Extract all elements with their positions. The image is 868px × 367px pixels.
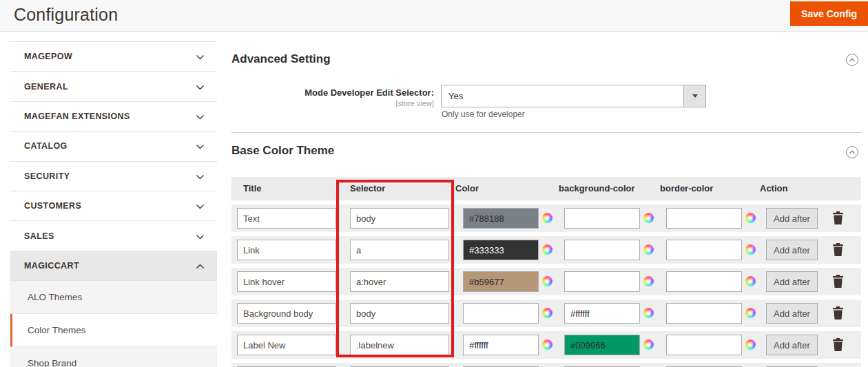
advanced-setting-title: Advanced Setting — [231, 52, 331, 66]
col-selector: Selector — [350, 183, 385, 193]
sidebar-item-magiccart[interactable]: MAGICCART — [10, 251, 217, 281]
background-color-input[interactable] — [564, 240, 640, 260]
selector-input[interactable] — [350, 271, 449, 292]
title-input[interactable] — [237, 303, 336, 324]
border-color-input[interactable] — [666, 208, 742, 229]
color-wheel-icon[interactable] — [542, 213, 552, 223]
chevron-down-icon — [196, 140, 205, 152]
add-after-button[interactable]: Add after — [766, 240, 818, 260]
page-title: Configuration — [14, 5, 118, 25]
sidebar-item-security[interactable]: SECURITY — [10, 162, 217, 191]
table-row: Add after — [231, 205, 861, 232]
chevron-down-icon — [196, 230, 205, 242]
add-after-button[interactable]: Add after — [766, 208, 818, 229]
color-wheel-icon[interactable] — [745, 339, 756, 350]
selector-input[interactable] — [350, 208, 449, 229]
table-row: Add after — [231, 300, 861, 327]
trash-icon[interactable] — [832, 243, 844, 259]
color-input[interactable] — [463, 240, 539, 260]
color-wheel-icon[interactable] — [542, 339, 552, 350]
chevron-up-icon — [196, 260, 205, 272]
sidebar-item-magefan-extensions[interactable]: MAGEFAN EXTENSIONS — [10, 102, 217, 132]
top-bar: Configuration Save Config — [0, 0, 868, 32]
color-input[interactable] — [463, 303, 539, 324]
col-title: Title — [243, 183, 262, 193]
table-row: Add after — [231, 331, 861, 359]
border-color-input[interactable] — [666, 240, 742, 260]
chevron-down-icon — [196, 200, 205, 212]
field-scope: [store view] — [231, 99, 434, 107]
background-color-input[interactable] — [564, 335, 640, 355]
title-input[interactable] — [237, 271, 336, 292]
selector-input[interactable] — [350, 303, 449, 324]
sidebar-item-sales[interactable]: SALES — [10, 221, 217, 251]
color-wheel-icon[interactable] — [643, 339, 654, 350]
config-sidebar: MAGEPOW GENERAL MAGEFAN EXTENSIONS CATAL… — [10, 41, 217, 367]
color-wheel-icon[interactable] — [745, 276, 756, 286]
sidebar-item-magepow[interactable]: MAGEPOW — [10, 42, 217, 72]
color-input[interactable] — [463, 208, 539, 229]
color-input[interactable] — [463, 271, 539, 292]
color-wheel-icon[interactable] — [745, 213, 756, 223]
sidebar-item-catalog[interactable]: CATALOG — [10, 132, 217, 161]
col-background: background-color — [559, 183, 635, 193]
trash-icon[interactable] — [832, 306, 844, 322]
title-input[interactable] — [237, 240, 336, 260]
background-color-input[interactable] — [564, 303, 640, 324]
sidebar-subitem-color-themes[interactable]: Color Themes — [10, 314, 217, 347]
chevron-down-icon — [196, 110, 205, 123]
col-action: Action — [760, 183, 787, 193]
sidebar-subitem-shop-brand[interactable]: Shop Brand — [10, 347, 217, 367]
color-wheel-icon[interactable] — [542, 308, 552, 318]
color-wheel-icon[interactable] — [643, 308, 654, 318]
chevron-down-icon — [196, 50, 205, 63]
table-row: Add after — [231, 363, 861, 367]
base-color-theme-title: Base Color Theme — [231, 144, 334, 158]
save-config-button[interactable]: Save Config — [790, 1, 868, 26]
chevron-down-icon — [196, 170, 205, 182]
collapse-base-color-theme-icon[interactable] — [845, 145, 859, 159]
table-header-row: Title Selector Color background-color bo… — [231, 177, 861, 200]
table-row: Add after — [231, 236, 861, 264]
selector-input[interactable] — [350, 240, 449, 260]
sidebar-subitem-alo-themes[interactable]: ALO Themes — [10, 281, 217, 314]
table-row: Add after — [231, 268, 861, 295]
color-wheel-icon[interactable] — [542, 276, 552, 286]
collapse-advanced-setting-icon[interactable] — [845, 53, 859, 67]
border-color-input[interactable] — [666, 271, 742, 292]
mode-developer-field-label: Mode Developer Edit Selector: [store vie… — [231, 87, 434, 107]
field-helper-text: Only use for developer — [442, 109, 525, 119]
color-wheel-icon[interactable] — [643, 276, 654, 286]
color-wheel-icon[interactable] — [643, 213, 654, 223]
add-after-button[interactable]: Add after — [766, 335, 818, 355]
chevron-down-icon — [196, 81, 205, 93]
selector-input[interactable] — [350, 335, 449, 355]
add-after-button[interactable]: Add after — [766, 303, 818, 324]
trash-icon[interactable] — [832, 211, 844, 227]
title-input[interactable] — [237, 335, 336, 355]
title-input[interactable] — [237, 208, 336, 229]
col-border: border-color — [660, 183, 713, 193]
color-wheel-icon[interactable] — [745, 244, 756, 255]
background-color-input[interactable] — [564, 208, 640, 229]
color-input[interactable] — [463, 335, 539, 355]
color-wheel-icon[interactable] — [643, 244, 654, 255]
add-after-button[interactable]: Add after — [766, 271, 818, 292]
sidebar-item-general[interactable]: GENERAL — [10, 72, 217, 101]
color-wheel-icon[interactable] — [745, 308, 756, 318]
border-color-input[interactable] — [666, 303, 742, 324]
col-color: Color — [455, 183, 479, 193]
mode-developer-select[interactable]: Yes — [441, 85, 706, 107]
background-color-input[interactable] — [564, 271, 640, 292]
section-divider — [231, 132, 861, 133]
color-wheel-icon[interactable] — [542, 244, 552, 255]
trash-icon[interactable] — [832, 275, 844, 291]
select-value: Yes — [442, 91, 683, 101]
border-color-input[interactable] — [666, 335, 742, 355]
trash-icon[interactable] — [832, 338, 844, 354]
sidebar-item-customers[interactable]: CUSTOMERS — [10, 191, 217, 221]
dropdown-arrow-icon[interactable] — [683, 85, 705, 107]
main-content: Advanced Setting Mode Developer Edit Sel… — [231, 32, 868, 367]
